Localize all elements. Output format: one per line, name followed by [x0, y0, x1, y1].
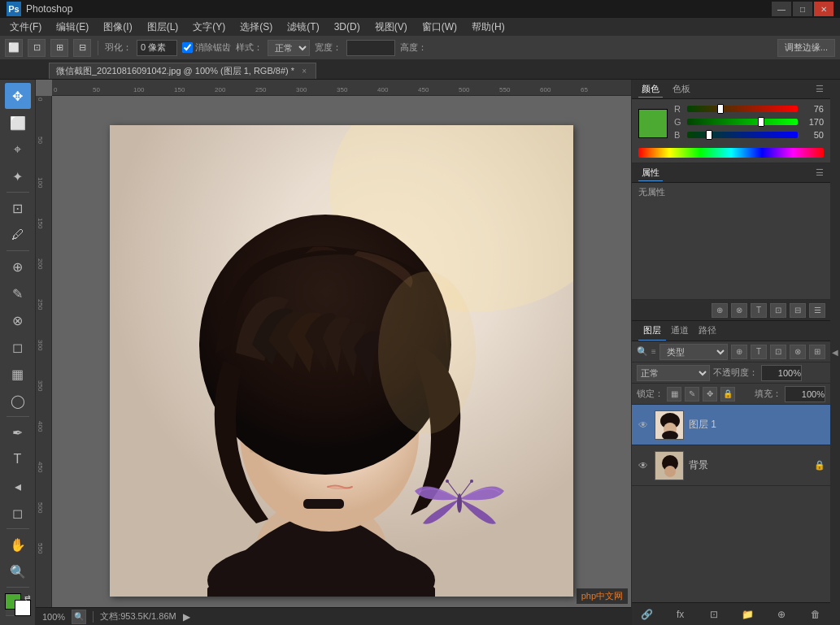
- menu-image[interactable]: 图像(I): [97, 19, 138, 36]
- v-ruler-label: 450: [37, 462, 44, 472]
- tool-brush[interactable]: ✎: [5, 280, 31, 306]
- tool-heal[interactable]: ⊕: [5, 254, 31, 280]
- layer-item-bg[interactable]: 👁 背景 🔒: [632, 445, 830, 486]
- doc-tab[interactable]: 微信截图_20210816091042.jpg @ 100% (图层 1, RG…: [49, 63, 316, 79]
- artwork: [110, 125, 573, 597]
- tab-color[interactable]: 颜色: [638, 81, 663, 98]
- add-mask-btn[interactable]: ⊡: [706, 606, 722, 623]
- filter-btn5[interactable]: ⊞: [809, 345, 825, 359]
- new-layer-btn[interactable]: ⊕: [773, 606, 790, 623]
- tool-zoom[interactable]: 🔍: [5, 558, 31, 584]
- tool-shape[interactable]: ◻: [5, 500, 31, 526]
- layers-tool-btn4[interactable]: ⊡: [770, 303, 786, 318]
- filter-btn1[interactable]: ⊕: [731, 345, 747, 359]
- filter-btn3[interactable]: ⊡: [770, 345, 786, 359]
- v-ruler-label: 300: [37, 340, 44, 350]
- right-collapse-handle[interactable]: ◀: [830, 80, 840, 625]
- tool-gradient[interactable]: ▦: [5, 361, 31, 387]
- color-spectrum[interactable]: [638, 148, 824, 158]
- layers-filter-row: 🔍 ≡ 类型 ⊕ T ⊡ ⊗ ⊞: [632, 341, 830, 362]
- doc-tab-name: 微信截图_20210816091042.jpg @ 100% (图层 1, RG…: [56, 65, 294, 77]
- menu-filter[interactable]: 滤镜(T): [281, 19, 325, 36]
- lock-position-btn[interactable]: ✥: [703, 387, 717, 401]
- layer-eye-1[interactable]: 👁: [637, 419, 650, 432]
- layer-item-1[interactable]: 👁 图层 1: [632, 405, 830, 445]
- adjust-edges-button[interactable]: 调整边缘...: [777, 39, 835, 57]
- layers-tool-btn2[interactable]: ⊗: [731, 303, 747, 318]
- properties-options-icon[interactable]: ☰: [816, 167, 824, 178]
- color-picker[interactable]: ⬛ ⇄: [5, 593, 31, 616]
- select-opt3[interactable]: ⊞: [50, 39, 68, 57]
- menu-type[interactable]: 文字(Y): [186, 19, 232, 36]
- tab-close-button[interactable]: ×: [299, 67, 309, 76]
- menu-select[interactable]: 选择(S): [233, 19, 279, 36]
- tool-magic-wand[interactable]: ✦: [5, 163, 31, 189]
- anti-alias-check[interactable]: 消除锯齿: [182, 41, 231, 54]
- tool-type[interactable]: T: [5, 446, 31, 472]
- filter-btn4[interactable]: ⊗: [790, 345, 806, 359]
- feather-input[interactable]: [137, 40, 177, 56]
- zoom-info-btn[interactable]: 🔍: [72, 610, 86, 624]
- background-color[interactable]: [15, 600, 31, 616]
- tab-swatches[interactable]: 色板: [669, 81, 694, 98]
- menu-layer[interactable]: 图层(L): [141, 19, 185, 36]
- menu-help[interactable]: 帮助(H): [465, 19, 511, 36]
- add-style-btn[interactable]: fx: [672, 606, 689, 623]
- b-slider-thumb[interactable]: [706, 130, 712, 140]
- layers-tool-btn5[interactable]: ⊟: [790, 303, 806, 318]
- menu-3d[interactable]: 3D(D): [328, 20, 367, 34]
- delete-layer-btn[interactable]: 🗑: [807, 606, 824, 623]
- select-rect-opt[interactable]: ⬜: [5, 39, 23, 57]
- tool-eyedropper[interactable]: 🖊: [5, 222, 31, 248]
- new-group-btn[interactable]: 📁: [740, 606, 756, 623]
- tool-clone[interactable]: ⊗: [5, 307, 31, 333]
- tool-move[interactable]: ✥: [5, 83, 31, 109]
- menu-file[interactable]: 文件(F): [3, 19, 48, 36]
- tab-channels[interactable]: 通道: [666, 321, 694, 341]
- doc-size: 文档:953.5K/1.86M: [100, 610, 176, 623]
- select-opt2[interactable]: ⊡: [28, 39, 46, 57]
- tool-lasso[interactable]: ⌖: [5, 137, 31, 163]
- tool-dodge[interactable]: ◯: [5, 388, 31, 414]
- menu-view[interactable]: 视图(V): [368, 19, 414, 36]
- link-layers-btn[interactable]: 🔗: [638, 606, 655, 623]
- lock-all-btn[interactable]: 🔒: [720, 387, 735, 401]
- minimize-button[interactable]: —: [772, 2, 791, 16]
- lock-transparent-btn[interactable]: ▦: [667, 387, 681, 401]
- divider1: [98, 41, 98, 55]
- watermark: php中文网: [577, 588, 628, 604]
- menu-edit[interactable]: 编辑(E): [50, 19, 95, 36]
- blend-mode-select[interactable]: 正常: [637, 365, 710, 381]
- tool-crop[interactable]: ⊡: [5, 195, 31, 221]
- tool-pen[interactable]: ✒: [5, 419, 31, 445]
- layers-tool-btn3[interactable]: T: [751, 303, 767, 318]
- lock-pixels-btn[interactable]: ✎: [685, 387, 699, 401]
- layers-tool-btn1[interactable]: ⊕: [712, 303, 728, 318]
- opacity-input[interactable]: [761, 365, 802, 381]
- swap-colors[interactable]: ⇄: [24, 593, 31, 601]
- tab-paths[interactable]: 路径: [694, 321, 721, 341]
- select-opt4[interactable]: ⊟: [73, 39, 91, 57]
- r-slider-thumb[interactable]: [717, 104, 724, 114]
- panel-options-icon[interactable]: ☰: [816, 84, 824, 94]
- tool-eraser[interactable]: ◻: [5, 334, 31, 360]
- tab-layers[interactable]: 图层: [638, 321, 666, 341]
- status-arrow[interactable]: ▶: [183, 611, 190, 623]
- tool-hand[interactable]: ✋: [5, 532, 31, 558]
- close-button[interactable]: ✕: [814, 2, 833, 16]
- layer-eye-bg[interactable]: 👁: [637, 459, 650, 472]
- g-slider-thumb[interactable]: [758, 117, 764, 127]
- style-select[interactable]: 正常: [268, 40, 310, 56]
- menu-window[interactable]: 窗口(W): [416, 19, 464, 36]
- layers-tool-btn6[interactable]: ☰: [809, 303, 825, 318]
- color-swatch[interactable]: [638, 109, 668, 138]
- fill-input[interactable]: [785, 386, 825, 402]
- maximize-button[interactable]: □: [793, 2, 812, 16]
- filter-btn2[interactable]: T: [751, 345, 767, 359]
- anti-alias-checkbox[interactable]: [182, 42, 193, 53]
- filter-type-select[interactable]: 类型: [659, 344, 728, 360]
- tool-rect-select[interactable]: ⬜: [5, 110, 31, 136]
- tool-path-select[interactable]: ◂: [5, 473, 31, 499]
- width-input[interactable]: [346, 40, 395, 56]
- tab-properties[interactable]: 属性: [638, 165, 663, 181]
